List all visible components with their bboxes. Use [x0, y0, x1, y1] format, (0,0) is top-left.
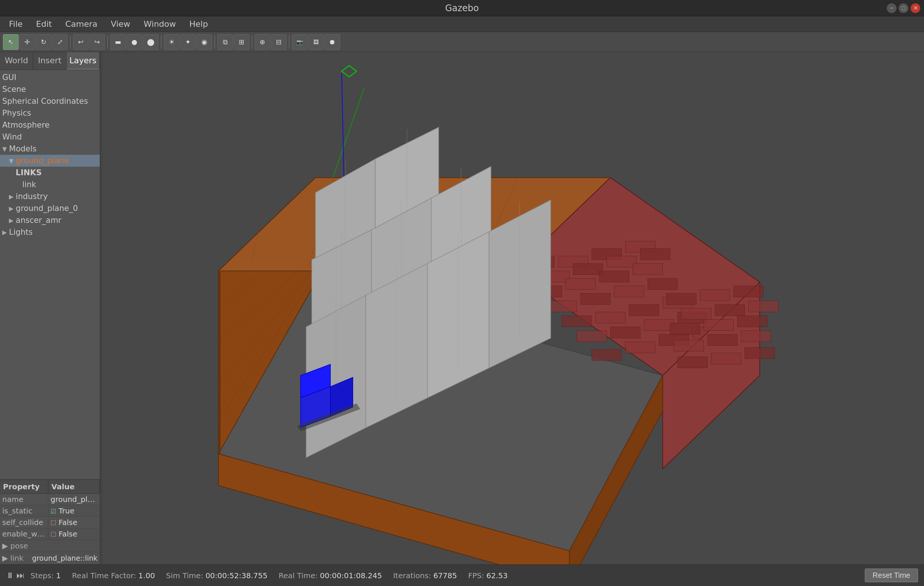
scale-tool-button[interactable]: ⤢	[52, 34, 68, 50]
tree-item-scene[interactable]: Scene	[0, 83, 100, 95]
menu-view[interactable]: View	[105, 18, 136, 30]
svg-rect-53	[749, 300, 779, 312]
tree-item-ground-plane-0[interactable]: ▶ ground_plane_0	[0, 202, 100, 214]
menu-camera[interactable]: Camera	[59, 18, 103, 30]
svg-rect-59	[741, 331, 771, 342]
tree-item-lights[interactable]: ▶ Lights	[0, 226, 100, 238]
step-icon[interactable]: ⏭	[16, 571, 25, 580]
toolbar-sep-2	[107, 35, 108, 49]
svg-rect-50	[733, 286, 763, 297]
maximize-button[interactable]: □	[899, 3, 908, 13]
tab-insert[interactable]: Insert	[33, 52, 66, 69]
align-button[interactable]: ⊟	[271, 34, 287, 50]
sphere-button[interactable]: ●	[127, 34, 142, 50]
snap-button[interactable]: ⊕	[254, 34, 270, 50]
tree-item-spherical-coordinates[interactable]: Spherical Coordinates	[0, 95, 100, 107]
iterations-label: Iterations:	[393, 571, 431, 580]
menu-help[interactable]: Help	[183, 18, 214, 30]
svg-rect-34	[648, 278, 678, 289]
camera-button[interactable]: 📷	[292, 34, 307, 50]
props-val-isstatic: ☑ True	[48, 505, 100, 517]
point-light-button[interactable]: ☀	[164, 34, 179, 50]
props-row-name: name ground_plane	[0, 494, 100, 505]
record-button[interactable]: ⏺	[325, 34, 340, 50]
undo-button[interactable]: ↩	[73, 34, 89, 50]
real-time-value: 00:00:01:08.245	[320, 571, 382, 580]
svg-rect-49	[700, 289, 730, 300]
svg-rect-61	[711, 353, 741, 364]
window-controls: − □ ✕	[887, 0, 920, 16]
tree-item-models[interactable]: ▼ Models	[0, 143, 100, 155]
cylinder-button[interactable]: ⬤	[143, 34, 158, 50]
svg-rect-37	[629, 304, 659, 315]
world-tree: GUI Scene Spherical Coordinates Physics …	[0, 70, 100, 479]
pause-control[interactable]: ⏸ ⏭	[6, 571, 25, 580]
viewport-3d[interactable]	[103, 52, 924, 565]
real-time-item: Real Time: 00:00:01:08.245	[279, 571, 382, 580]
paste-button[interactable]: ⊞	[234, 34, 249, 50]
iterations-item: Iterations: 67785	[393, 571, 457, 580]
props-row-enablewind: enable_wind ☐ False	[0, 528, 100, 540]
props-col-property: Property	[0, 480, 48, 494]
toolbar-sep-3	[161, 35, 162, 49]
steps-value: 1	[56, 571, 61, 580]
box-button[interactable]: ▬	[110, 34, 126, 50]
fps-label: FPS:	[468, 571, 484, 580]
main-content: World Insert Layers GUI Scene Spherical …	[0, 52, 924, 565]
steps-label: Steps:	[31, 571, 54, 580]
move-tool-button[interactable]: ✛	[19, 34, 35, 50]
checkbox-false-icon-selfcollide: ☐	[51, 519, 56, 527]
svg-rect-48	[667, 293, 696, 304]
tree-item-ground-plane[interactable]: ▼ ground_plane	[0, 155, 100, 167]
menu-edit[interactable]: Edit	[30, 18, 58, 30]
props-expand-link[interactable]: ▶ link ground_plane::link	[0, 552, 100, 565]
tree-item-physics[interactable]: Physics	[0, 107, 100, 119]
tree-item-gui[interactable]: GUI	[0, 71, 100, 83]
sim-time-item: Sim Time: 00:00:52:38.755	[166, 571, 267, 580]
svg-rect-25	[607, 256, 636, 267]
pause-icon[interactable]: ⏸	[6, 571, 14, 580]
tree-item-wind[interactable]: Wind	[0, 131, 100, 143]
realtime-factor-label: Real Time Factor:	[72, 571, 136, 580]
svg-rect-30	[633, 263, 663, 275]
tree-item-atmosphere[interactable]: Atmosphere	[0, 119, 100, 131]
rotate-tool-button[interactable]: ↻	[36, 34, 51, 50]
svg-rect-56	[737, 316, 767, 327]
select-tool-button[interactable]: ↖	[3, 34, 18, 50]
checkbox-true-icon: ☑	[51, 507, 56, 515]
minimize-button[interactable]: −	[887, 3, 896, 13]
tab-layers[interactable]: Layers	[67, 52, 100, 69]
directional-light-button[interactable]: ✦	[180, 34, 196, 50]
menubar: File Edit Camera View Window Help	[0, 17, 924, 32]
sim-time-value: 00:00:52:38.755	[205, 571, 267, 580]
copy-button[interactable]: ⧉	[217, 34, 233, 50]
screenshot-button[interactable]: 🖼	[308, 34, 324, 50]
props-expand-pose[interactable]: ▶ pose	[0, 540, 100, 552]
props-header: Property Value	[0, 480, 100, 494]
reset-time-button[interactable]: Reset Time	[865, 568, 918, 582]
tree-item-links[interactable]: LINKS	[0, 167, 100, 178]
svg-rect-26	[640, 249, 670, 260]
svg-rect-44	[625, 342, 655, 353]
spot-light-button[interactable]: ◉	[196, 34, 212, 50]
menu-file[interactable]: File	[3, 18, 29, 30]
svg-rect-58	[708, 335, 737, 346]
tree-item-industry[interactable]: ▶ industry	[0, 190, 100, 202]
tree-item-anscer-amr[interactable]: ▶ anscer_amr	[0, 214, 100, 226]
svg-rect-43	[592, 349, 622, 360]
svg-rect-54	[670, 324, 700, 335]
props-key-selfcollide: self_collide	[0, 517, 48, 528]
redo-button[interactable]: ↪	[89, 34, 105, 50]
svg-marker-63	[218, 271, 220, 456]
menu-window[interactable]: Window	[138, 18, 182, 30]
props-row-selfcollide: self_collide ☐ False	[0, 517, 100, 528]
props-col-value: Value	[48, 480, 100, 494]
svg-rect-62	[745, 348, 774, 359]
statusbar: ⏸ ⏭ Steps: 1 Real Time Factor: 1.00 Sim …	[0, 565, 924, 586]
tree-item-link[interactable]: link	[0, 178, 100, 190]
tab-world[interactable]: World	[0, 52, 33, 69]
fps-value: 62.53	[487, 571, 508, 580]
svg-rect-40	[610, 327, 640, 338]
left-panel: World Insert Layers GUI Scene Spherical …	[0, 52, 101, 565]
close-button[interactable]: ✕	[911, 3, 920, 13]
